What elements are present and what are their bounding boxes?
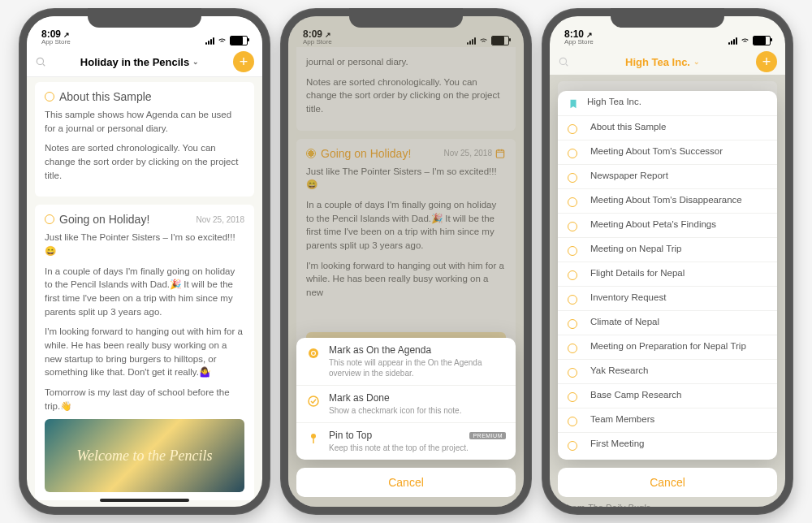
signal-icon — [205, 37, 214, 45]
list-item[interactable]: Meeting About Peta's Findings — [558, 214, 777, 238]
chevron-down-icon: ⌄ — [192, 58, 199, 66]
battery-icon — [230, 36, 248, 45]
note-status-icon — [568, 319, 577, 329]
note-status-icon — [568, 246, 577, 256]
note-status-icon — [568, 392, 577, 402]
list-item[interactable]: First Meeting — [558, 433, 777, 456]
pin-icon — [306, 431, 321, 446]
notch — [88, 8, 201, 28]
project-notes-list[interactable]: High Tea Inc. About this SampleMeeting A… — [558, 91, 777, 460]
note-status-icon — [568, 368, 577, 378]
nav-title[interactable]: Holiday in the Pencils⌄ — [53, 56, 227, 68]
note-status-icon — [568, 222, 577, 231]
premium-badge: PREMIUM — [469, 432, 506, 439]
notch — [611, 8, 724, 28]
screen-3: 8:10 ↗ App Store High Tea Inc.⌄ + About … — [550, 16, 785, 507]
list-item[interactable]: Newspaper Report — [558, 165, 777, 189]
note-image: Welcome to the Pencils — [45, 419, 244, 492]
screen-1: 8:09 ↗ App Store Holiday in the Pencils⌄… — [27, 16, 262, 507]
list-item[interactable]: Meeting on Nepal Trip — [558, 238, 777, 262]
search-icon[interactable] — [558, 56, 569, 67]
content-scroll[interactable]: About this Sample This sample shows how … — [27, 77, 262, 507]
list-header: High Tea Inc. — [558, 91, 777, 116]
action-pin-top[interactable]: Pin to Top PREMIUM Keep this note at the… — [296, 423, 516, 460]
battery-icon — [753, 36, 771, 45]
note-card-about[interactable]: About this Sample This sample shows how … — [35, 82, 254, 197]
phone-frame-1: 8:09 ↗ App Store Holiday in the Pencils⌄… — [19, 8, 270, 515]
status-appstore[interactable]: App Store — [41, 39, 71, 45]
action-mark-done[interactable]: Mark as Done Show a checkmark icon for t… — [296, 386, 516, 423]
notch — [349, 8, 463, 28]
note-status-icon — [568, 441, 577, 451]
note-body: Just like The Pointer Sisters – I'm so e… — [45, 231, 244, 492]
note-status-icon — [568, 149, 577, 158]
list-item[interactable]: Meeting About Tom's Successor — [558, 140, 777, 165]
note-card-holiday[interactable]: Going on Holiday! Nov 25, 2018 Just like… — [35, 205, 254, 500]
phone-frame-2: 8:09 ↗ App Store journal or personal dia… — [280, 8, 532, 515]
note-status-icon — [568, 344, 577, 353]
bookmark-icon — [568, 98, 579, 110]
agenda-icon — [306, 346, 321, 361]
nav-bar: High Tea Inc.⌄ + — [550, 47, 785, 76]
wifi-icon — [217, 35, 227, 45]
note-title: Going on Holiday! — [59, 213, 149, 226]
note-title: About this Sample — [59, 90, 152, 103]
cancel-button[interactable]: Cancel — [558, 468, 777, 497]
status-icons — [728, 35, 771, 45]
note-date: Nov 25, 2018 — [197, 215, 245, 224]
note-status-icon — [568, 270, 577, 280]
list-item[interactable]: Meeting on Preparation for Nepal Trip — [558, 335, 777, 360]
svg-point-7 — [559, 58, 566, 64]
note-status-icon — [568, 417, 577, 426]
signal-icon — [728, 37, 737, 45]
note-status-icon — [45, 92, 54, 102]
wifi-icon — [740, 35, 750, 45]
svg-point-0 — [37, 58, 43, 64]
list-item[interactable]: Yak Research — [558, 360, 777, 384]
add-button[interactable]: + — [756, 51, 777, 72]
list-item[interactable]: Base Camp Research — [558, 384, 777, 408]
list-item[interactable]: Inventory Request — [558, 287, 777, 311]
status-appstore[interactable]: App Store — [564, 39, 594, 45]
note-status-icon — [568, 197, 577, 207]
list-item[interactable]: Climate of Nepal — [558, 311, 777, 335]
nav-bar: Holiday in the Pencils⌄ + — [27, 47, 262, 77]
note-status-icon — [568, 295, 577, 305]
status-icons — [205, 35, 248, 45]
done-icon — [306, 394, 321, 408]
add-button[interactable]: + — [233, 51, 254, 72]
svg-point-6 — [311, 434, 316, 439]
phone-frame-3: 8:10 ↗ App Store High Tea Inc.⌄ + About … — [542, 8, 793, 515]
note-status-icon — [568, 173, 577, 183]
cancel-button[interactable]: Cancel — [296, 468, 516, 497]
note-status-icon — [568, 124, 577, 134]
list-item[interactable]: Team Members — [558, 408, 777, 433]
list-item[interactable]: Meeting About Tom's Disappearance — [558, 189, 777, 214]
nav-title[interactable]: High Tea Inc.⌄ — [576, 56, 749, 68]
action-sheet: Mark as On the Agenda This note will app… — [296, 338, 516, 460]
svg-point-4 — [312, 352, 315, 355]
chevron-down-icon: ⌄ — [693, 58, 700, 66]
action-mark-agenda[interactable]: Mark as On the Agenda This note will app… — [296, 338, 516, 386]
list-item[interactable]: About this Sample — [558, 116, 777, 140]
note-status-icon — [45, 214, 54, 224]
svg-point-5 — [309, 396, 318, 406]
list-item[interactable]: Flight Details for Nepal — [558, 262, 777, 287]
search-icon[interactable] — [35, 56, 46, 67]
note-body: This sample shows how Agenda can be used… — [45, 108, 244, 182]
screen-2: 8:09 ↗ App Store journal or personal dia… — [288, 16, 524, 507]
home-indicator[interactable] — [100, 499, 189, 502]
